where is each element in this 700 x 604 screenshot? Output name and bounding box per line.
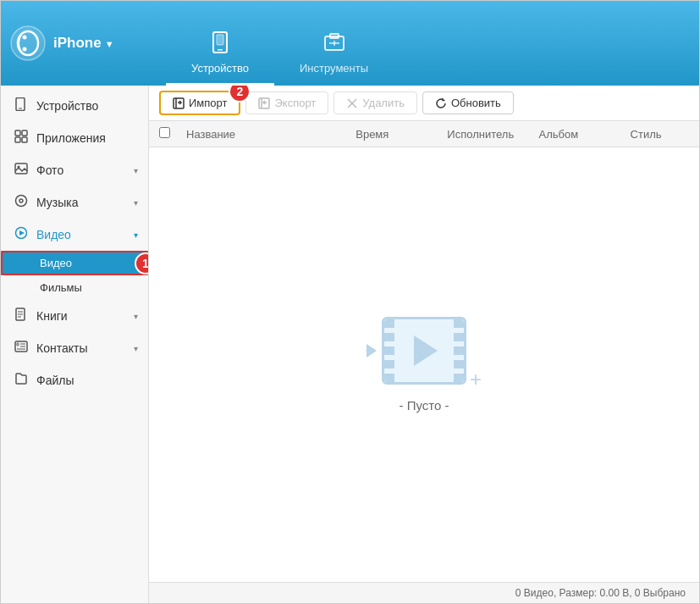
photos-chevron: ▾ xyxy=(134,166,138,175)
step-badge-1: 1 xyxy=(135,252,149,274)
empty-illustration: + - Пусто - xyxy=(382,317,466,413)
content-area: + - Пусто - xyxy=(149,147,699,582)
music-chevron: ▾ xyxy=(134,198,138,208)
music-icon xyxy=(13,194,30,211)
import-icon xyxy=(173,97,185,109)
sidebar-item-apps-label: Приложения xyxy=(36,131,138,145)
device-tab-icon xyxy=(209,31,231,58)
sidebar-item-contacts-label: Контакты xyxy=(36,341,127,355)
sidebar-item-music[interactable]: Музыка ▾ xyxy=(1,186,148,219)
svg-marker-22 xyxy=(19,230,25,236)
sidebar-subitem-films[interactable]: Фильмы xyxy=(1,275,148,300)
sidebar-item-contacts[interactable]: Контакты ▾ xyxy=(1,332,148,364)
sidebar: Устройство Приложения Фото ▾ Музыка xyxy=(1,86,149,603)
sidebar-item-device-label: Устройство xyxy=(36,99,138,113)
svg-rect-15 xyxy=(15,137,20,142)
sidebar-item-photos[interactable]: Фото ▾ xyxy=(1,154,148,186)
table-header: Название Время Исполнитель Альбом Стиль xyxy=(149,121,699,147)
svg-point-2 xyxy=(23,36,27,40)
tab-tools-label: Инструменты xyxy=(300,62,368,75)
import-button[interactable]: Импорт 2 xyxy=(159,91,240,115)
sidebar-item-books[interactable]: Книги ▾ xyxy=(1,300,148,332)
header-tabs: Устройство Инструменты xyxy=(166,1,394,86)
sidebar-item-photos-label: Фото xyxy=(36,163,127,177)
select-all-checkbox[interactable] xyxy=(159,127,170,138)
svg-rect-6 xyxy=(217,35,223,45)
svg-rect-32 xyxy=(174,98,184,108)
refresh-button[interactable]: Обновить xyxy=(422,91,514,114)
header: iPhone ▼ Устройство xyxy=(1,1,699,86)
files-icon xyxy=(13,372,30,389)
svg-point-19 xyxy=(16,196,27,207)
export-label: Экспорт xyxy=(274,97,316,109)
tab-device[interactable]: Устройство xyxy=(166,25,274,86)
photos-icon xyxy=(13,162,30,179)
tools-tab-icon xyxy=(323,31,345,58)
device-dropdown-arrow[interactable]: ▼ xyxy=(105,39,114,49)
delete-button[interactable]: Удалить xyxy=(333,91,417,114)
plus-icon: + xyxy=(470,368,482,391)
refresh-icon xyxy=(435,97,447,109)
status-bar: 0 Видео, Размер: 0.00 В, 0 Выбрано xyxy=(149,582,699,603)
svg-point-20 xyxy=(19,199,23,202)
play-triangle-icon xyxy=(414,335,438,366)
svg-rect-14 xyxy=(22,130,27,136)
svg-point-3 xyxy=(23,47,27,52)
device-name-text: iPhone xyxy=(53,35,102,52)
svg-rect-16 xyxy=(22,137,27,142)
sidebar-item-books-label: Книги xyxy=(36,309,127,323)
sidebar-subitem-video[interactable]: Видео 1 xyxy=(1,251,148,275)
svg-rect-5 xyxy=(218,49,223,51)
sidebar-item-files[interactable]: Файлы xyxy=(1,364,148,396)
sidebar-item-video-label: Видео xyxy=(36,228,127,241)
sidebar-item-video[interactable]: Видео ▾ xyxy=(1,219,148,251)
sidebar-video-section: Видео 1 Фильмы xyxy=(1,251,148,300)
small-play-icon xyxy=(367,344,377,357)
film-strip-icon xyxy=(382,317,466,385)
toolbar: Импорт 2 Экспорт Удалить Обновить xyxy=(149,86,699,121)
app-window: iPhone ▼ Устройство xyxy=(0,0,700,604)
th-name: Название xyxy=(179,128,349,141)
export-button[interactable]: Экспорт xyxy=(245,91,328,114)
th-artist: Исполнитель xyxy=(440,128,532,141)
delete-icon xyxy=(346,97,358,109)
delete-label: Удалить xyxy=(362,97,405,109)
export-icon xyxy=(258,97,270,109)
th-style: Стиль xyxy=(624,128,689,141)
sidebar-item-music-label: Музыка xyxy=(36,196,127,209)
tab-tools[interactable]: Инструменты xyxy=(274,25,394,86)
sidebar-item-files-label: Файлы xyxy=(36,374,138,387)
svg-rect-13 xyxy=(15,130,20,136)
th-time: Время xyxy=(349,128,440,141)
body: Устройство Приложения Фото ▾ Музыка xyxy=(1,86,699,603)
apps-icon xyxy=(13,130,30,147)
app-logo xyxy=(9,25,47,62)
sidebar-subitem-video-label: Видео xyxy=(40,257,72,269)
svg-rect-28 xyxy=(17,343,19,346)
tab-device-label: Устройство xyxy=(191,62,249,75)
logo-area: iPhone ▼ xyxy=(9,25,157,62)
contacts-icon xyxy=(13,340,30,357)
books-chevron: ▾ xyxy=(134,312,138,321)
device-name-label[interactable]: iPhone ▼ xyxy=(53,35,114,52)
th-checkbox xyxy=(159,126,179,141)
video-icon-wrapper: + xyxy=(382,317,466,385)
video-chevron: ▾ xyxy=(134,230,138,240)
sidebar-item-device[interactable]: Устройство xyxy=(1,90,148,122)
video-icon xyxy=(13,226,30,243)
refresh-label: Обновить xyxy=(451,97,501,109)
svg-rect-12 xyxy=(19,108,22,109)
empty-text: - Пусто - xyxy=(400,398,449,413)
th-album: Альбом xyxy=(532,128,623,141)
sidebar-subitem-films-label: Фильмы xyxy=(40,281,82,294)
sidebar-item-apps[interactable]: Приложения xyxy=(1,122,148,154)
contacts-chevron: ▾ xyxy=(134,344,138,353)
books-icon xyxy=(13,308,30,324)
main-content: Импорт 2 Экспорт Удалить Обновить xyxy=(149,86,699,603)
import-label: Импорт xyxy=(189,97,227,109)
status-text: 0 Видео, Размер: 0.00 В, 0 Выбрано xyxy=(515,587,686,599)
device-icon xyxy=(13,97,30,114)
